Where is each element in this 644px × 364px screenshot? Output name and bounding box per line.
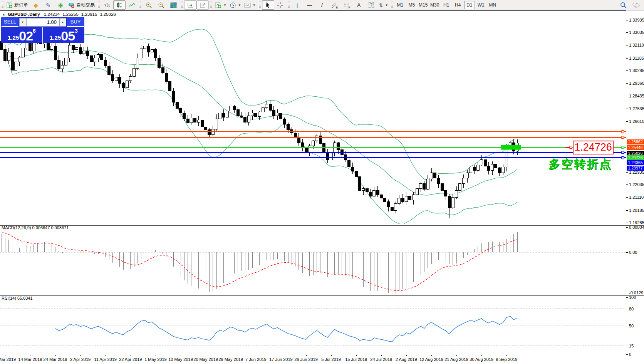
horizontal-line-tool-button[interactable]: — — [304, 0, 316, 10]
symbol-label: GBPUSD-,Daily — [8, 12, 40, 17]
turning-point-label[interactable]: 多空转折点 — [548, 156, 612, 172]
buy-price[interactable]: 1.25 05 3 — [43, 27, 84, 43]
trendline-tool-button[interactable]: / — [316, 0, 328, 10]
sell-price[interactable]: 1.25 02 6 — [1, 27, 43, 43]
toolbar-grip[interactable] — [97, 2, 100, 8]
timeframe-mn[interactable]: MN — [487, 1, 498, 9]
vertical-line-tool-button[interactable]: | — [291, 0, 304, 10]
pivot-line-price-label[interactable]: 1.24726 — [627, 155, 644, 160]
fibonacci-tool-button[interactable]: F — [340, 0, 353, 10]
timeframe-d1[interactable]: D1 — [464, 1, 475, 9]
date-tick — [381, 355, 382, 356]
support-line-1-price-label[interactable]: 1.24365 — [627, 160, 644, 165]
timeframe-h4[interactable]: H4 — [453, 1, 463, 9]
dropdown-icon: ▼ — [253, 3, 256, 7]
toolbar-grip[interactable] — [258, 2, 261, 8]
date-label: 21 Aug 2019 — [444, 357, 468, 362]
clock-icon — [230, 2, 236, 8]
timeframe-m30[interactable]: M30 — [429, 1, 440, 9]
arrows-tool-button[interactable]: ⇅ ▼ — [377, 0, 390, 10]
rsi-label: RSI(14) 65.0341 — [2, 296, 33, 300]
toolbar-grip[interactable] — [181, 2, 183, 8]
support-line-2-price-label[interactable]: 1.23977 — [627, 166, 644, 171]
price-callout[interactable]: 1.24726 — [573, 141, 614, 154]
chart-shift-icon — [200, 2, 206, 8]
timeframe-w1[interactable]: W1 — [476, 1, 486, 9]
crosshair-tool-button[interactable] — [274, 0, 287, 10]
close-value: 1.25026 — [100, 12, 116, 17]
date-tick — [331, 355, 332, 356]
candlestick-series[interactable] — [0, 34, 519, 218]
price-tick: 1.27535 — [626, 106, 644, 111]
main-price-pane[interactable] — [0, 11, 626, 224]
date-tick — [306, 355, 307, 356]
date-tick — [406, 355, 407, 356]
date-tick — [356, 355, 357, 356]
chat-button[interactable] — [629, 0, 642, 10]
date-label: 1 May 2019 — [144, 357, 166, 362]
price-tick: 1.21110 — [626, 195, 644, 200]
cursor-tool-button[interactable] — [262, 0, 274, 10]
line-chart-button[interactable] — [126, 0, 138, 10]
zoom-in-button[interactable] — [143, 0, 155, 10]
periods-button[interactable]: ▼ — [228, 0, 243, 10]
tile-windows-button[interactable] — [167, 0, 179, 10]
new-order-button[interactable]: 新订单 — [5, 0, 30, 10]
toolbar-grip[interactable] — [288, 2, 290, 8]
rsi-pane[interactable] — [0, 295, 626, 355]
pane-divider[interactable] — [0, 294, 644, 296]
dropdown-icon: ▼ — [385, 3, 388, 7]
metaeditor-button[interactable]: ✎ — [42, 0, 54, 10]
timeframe-m5[interactable]: M5 — [406, 1, 417, 9]
price-axis[interactable]: 1.258621.254461.250261.247261.243651.239… — [626, 10, 644, 364]
arrows-tool-icon: ⇅ — [379, 3, 383, 8]
search-button[interactable] — [617, 0, 629, 10]
sell-button[interactable]: SELL — [2, 17, 18, 27]
timeframe-m15[interactable]: M15 — [418, 1, 429, 9]
volume-increase-button[interactable]: ▲ — [59, 18, 66, 27]
resistance-line-2-price-label[interactable]: 1.25446 — [627, 145, 644, 150]
text-tool-button[interactable]: A — [353, 0, 365, 10]
collapse-icon[interactable]: ▲ — [2, 13, 5, 16]
price-tick: 1.30285 — [626, 68, 644, 73]
text-label-icon: T — [369, 2, 374, 8]
crosshair-icon — [277, 2, 283, 8]
date-label: 22 Apr 2019 — [119, 357, 142, 362]
volume-input[interactable] — [26, 18, 59, 27]
autotrading-button[interactable]: 自动交易 — [67, 0, 96, 10]
indicators-button[interactable]: ▼ — [213, 0, 228, 10]
volume-decrease-button[interactable]: ▼ — [19, 18, 26, 27]
chart-shift-button[interactable] — [196, 0, 209, 10]
chat-icon — [632, 2, 639, 8]
mql-community-button[interactable]: ◆ — [30, 0, 42, 10]
candlestick-chart-button[interactable] — [113, 0, 126, 10]
zoom-out-button[interactable] — [155, 0, 167, 10]
toolbar-grip[interactable] — [1, 2, 3, 8]
timeframe-h1[interactable]: H1 — [441, 1, 452, 9]
macd-pane[interactable] — [0, 225, 626, 294]
date-label: 10 May 2019 — [168, 357, 193, 362]
price-tick: 1.29360 — [626, 81, 644, 86]
dropdown-icon: ▼ — [238, 3, 241, 7]
date-axis-line — [0, 355, 644, 355]
dropdown-icon: ▼ — [223, 3, 226, 7]
date-tick — [80, 355, 81, 356]
timeframe-m1[interactable]: M1 — [395, 1, 406, 9]
pane-divider[interactable] — [0, 224, 644, 226]
date-label: 5 Jul 2019 — [321, 357, 341, 362]
price-tick: 1.28435 — [626, 94, 644, 98]
toolbar-grip[interactable] — [391, 2, 393, 8]
toolbar-grip[interactable] — [210, 2, 212, 8]
date-label: 7 Jun 2019 — [245, 357, 266, 362]
auto-scroll-button[interactable] — [184, 0, 196, 10]
channel-tool-button[interactable]: E — [328, 0, 340, 10]
text-label-tool-button[interactable]: T — [365, 0, 377, 10]
bar-chart-button[interactable] — [101, 0, 113, 10]
signals-button[interactable]: ◉ — [54, 0, 67, 10]
buy-button[interactable]: BUY — [67, 17, 84, 27]
templates-button[interactable]: ▼ — [243, 0, 257, 10]
toolbar-grip[interactable] — [139, 2, 141, 8]
date-label: 26 Jun 2019 — [294, 357, 318, 362]
volume-stepper: ▼ ▲ — [19, 17, 67, 27]
resistance-line-1-price-label[interactable]: 1.25862 — [627, 139, 644, 144]
